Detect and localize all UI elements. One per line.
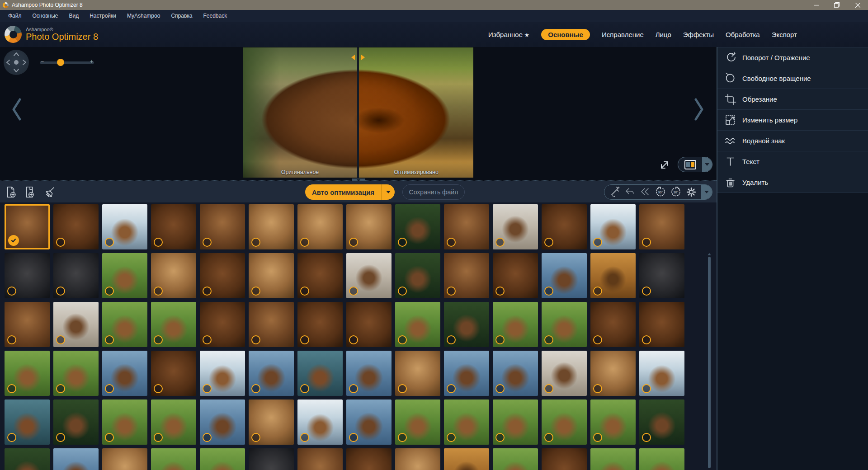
zoom-slider[interactable]: − + [40, 59, 94, 66]
status-circle-icon[interactable] [495, 238, 505, 247]
settings-gear-button[interactable] [685, 186, 698, 198]
thumbnail-25[interactable] [542, 253, 587, 298]
status-circle-icon[interactable] [593, 287, 602, 296]
status-circle-icon[interactable] [642, 238, 651, 247]
status-circle-icon[interactable] [593, 335, 602, 344]
thumbnail-30[interactable] [102, 302, 147, 347]
status-circle-icon[interactable] [56, 287, 65, 296]
status-circle-icon[interactable] [349, 433, 358, 442]
thumbnail-59[interactable] [151, 400, 196, 445]
thumbnail-29[interactable] [53, 302, 99, 347]
thumbnail-11[interactable] [542, 204, 587, 249]
tool-resize[interactable]: Изменить размер [717, 110, 868, 131]
status-circle-icon[interactable] [203, 287, 212, 296]
tab-export[interactable]: Экспорт [772, 31, 797, 38]
menu-item-1[interactable]: Основные [28, 11, 63, 20]
thumbnail-19[interactable] [249, 253, 294, 298]
thumbnail-7[interactable] [346, 204, 392, 249]
save-file-button[interactable]: Сохранить файл [402, 184, 465, 200]
thumbnail-82[interactable] [590, 448, 636, 470]
thumbnail-81[interactable] [542, 448, 587, 470]
quick-actions-dropdown[interactable] [701, 185, 712, 199]
status-circle-icon[interactable] [495, 287, 505, 296]
thumbnail-49[interactable] [346, 351, 392, 396]
undo-all-button[interactable] [639, 186, 651, 198]
thumbnail-34[interactable] [297, 302, 343, 347]
auto-optimize-dropdown[interactable] [381, 184, 395, 200]
thumbnail-24[interactable] [493, 253, 538, 298]
status-circle-icon[interactable] [447, 238, 456, 247]
status-circle-icon[interactable] [7, 287, 16, 296]
tab-face[interactable]: Лицо [656, 31, 671, 38]
thumbnail-73[interactable] [151, 448, 196, 470]
thumbnail-54[interactable] [590, 351, 636, 396]
thumbnail-17[interactable] [151, 253, 196, 298]
menu-item-6[interactable]: Feedback [198, 11, 231, 20]
thumbnail-75[interactable] [249, 448, 294, 470]
status-circle-icon[interactable] [300, 384, 309, 393]
thumbnail-27[interactable] [639, 253, 684, 298]
grid-scrollbar[interactable] [708, 253, 711, 470]
status-circle-icon[interactable] [300, 238, 309, 247]
pan-navigator[interactable] [4, 50, 29, 75]
thumbnail-48[interactable] [297, 351, 343, 396]
grid-scrollbar-thumb[interactable] [708, 257, 711, 468]
thumbnail-2[interactable] [102, 204, 147, 249]
status-circle-icon[interactable] [447, 287, 456, 296]
tool-text[interactable]: Текст [717, 151, 868, 172]
thumbnail-65[interactable] [444, 400, 489, 445]
status-circle-icon[interactable] [251, 433, 260, 442]
thumbnail-69[interactable] [639, 400, 684, 445]
status-circle-icon[interactable] [398, 384, 407, 393]
thumbnail-50[interactable] [395, 351, 440, 396]
thumbnail-47[interactable] [249, 351, 294, 396]
status-circle-icon[interactable] [251, 238, 260, 247]
status-circle-icon[interactable] [642, 384, 651, 393]
thumbnail-33[interactable] [249, 302, 294, 347]
compare-mode-dropdown[interactable] [702, 157, 712, 172]
thumbnail-16[interactable] [102, 253, 147, 298]
thumbnail-9[interactable] [444, 204, 489, 249]
status-circle-icon[interactable] [154, 433, 163, 442]
thumbnail-40[interactable] [590, 302, 636, 347]
split-view-icon[interactable] [678, 157, 702, 172]
close-button[interactable] [847, 0, 868, 10]
tool-free-rotation[interactable]: Свободное вращение [717, 68, 868, 89]
next-image-button[interactable] [692, 98, 706, 121]
thumbnail-46[interactable] [200, 351, 245, 396]
thumbnail-15[interactable] [53, 253, 99, 298]
status-circle-icon[interactable] [7, 433, 16, 442]
minimize-button[interactable] [806, 0, 826, 10]
tab-repair[interactable]: Исправление [602, 31, 644, 38]
thumbnail-38[interactable] [493, 302, 538, 347]
thumbnail-36[interactable] [395, 302, 440, 347]
status-circle-icon[interactable] [154, 384, 163, 393]
status-circle-icon[interactable] [56, 238, 65, 247]
thumbnail-12[interactable] [590, 204, 636, 249]
thumbnail-51[interactable] [444, 351, 489, 396]
tab-effects[interactable]: Эффекты [683, 31, 714, 38]
rotate-right-90-button[interactable]: 90° [670, 186, 682, 198]
thumbnail-31[interactable] [151, 302, 196, 347]
thumbnail-28[interactable] [5, 302, 50, 347]
thumbnail-22[interactable] [395, 253, 440, 298]
status-circle-icon[interactable] [105, 433, 114, 442]
thumbnail-45[interactable] [151, 351, 196, 396]
status-circle-icon[interactable] [203, 238, 212, 247]
status-circle-icon[interactable] [203, 433, 212, 442]
status-circle-icon[interactable] [56, 433, 65, 442]
status-circle-icon[interactable] [203, 384, 212, 393]
status-circle-icon[interactable] [447, 433, 456, 442]
thumbnail-61[interactable] [249, 400, 294, 445]
status-circle-icon[interactable] [56, 335, 65, 344]
thumbnail-55[interactable] [639, 351, 684, 396]
tool-delete[interactable]: Удалить [717, 172, 868, 193]
add-files-button[interactable] [4, 184, 19, 200]
status-circle-icon[interactable] [7, 384, 16, 393]
status-circle-icon[interactable] [398, 238, 407, 247]
scroll-up-icon[interactable] [708, 253, 711, 255]
restore-button[interactable] [826, 0, 847, 10]
status-circle-icon[interactable] [398, 335, 407, 344]
status-circle-icon[interactable] [642, 433, 651, 442]
status-circle-icon[interactable] [544, 238, 553, 247]
